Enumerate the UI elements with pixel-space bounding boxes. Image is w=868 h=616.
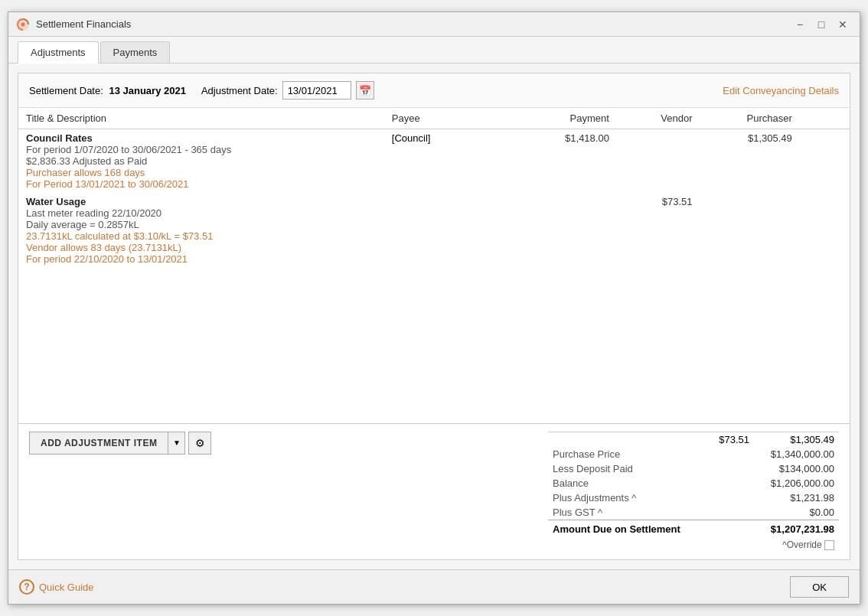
add-adjustment-dropdown[interactable]: ▼ bbox=[168, 432, 185, 455]
summary-section: $73.51 $1,305.49 Purchase Price $1,340,0… bbox=[548, 432, 839, 552]
gear-icon: ⚙ bbox=[195, 437, 205, 449]
table-row: Water Usage Last meter reading 22/10/202… bbox=[18, 193, 850, 268]
main-window: Settlement Financials − □ ✕ Adjustments … bbox=[8, 11, 860, 605]
row-purchaser: $1,305.49 bbox=[700, 129, 800, 194]
item-detail-3: 23.7131kL calculated at $3.10/kL = $73.5… bbox=[26, 230, 377, 242]
item-detail-4: For Period 13/01/2021 to 30/06/2021 bbox=[26, 178, 377, 190]
balance-value: $1,206,000.00 bbox=[754, 476, 839, 491]
totals-row: $73.51 $1,305.49 bbox=[548, 432, 839, 447]
adjustments-label: Plus Adjustments ^ bbox=[548, 491, 708, 505]
col-title: Title & Description bbox=[18, 108, 384, 129]
item-detail-3: Purchaser allows 168 days bbox=[26, 167, 377, 178]
ok-button[interactable]: OK bbox=[790, 576, 849, 598]
deposit-row: Less Deposit Paid $134,000.00 bbox=[548, 461, 839, 476]
col-payee: Payee bbox=[384, 108, 509, 129]
adjustment-date-input[interactable] bbox=[282, 81, 351, 99]
override-checkbox[interactable] bbox=[824, 540, 834, 550]
help-icon: ? bbox=[19, 579, 34, 595]
deposit-spacer bbox=[708, 461, 754, 476]
adjustments-table: Title & Description Payee Payment Vendor… bbox=[18, 108, 850, 268]
row-title-desc: Council Rates For period 1/07/2020 to 30… bbox=[18, 129, 384, 194]
amount-due-row: Amount Due on Settlement $1,207,231.98 bbox=[548, 520, 839, 538]
add-adjustment-group: ADD ADJUSTMENT ITEM ▼ ⚙ bbox=[29, 432, 211, 455]
gst-row: Plus GST ^ $0.00 bbox=[548, 505, 839, 520]
tab-payments[interactable]: Payments bbox=[100, 41, 171, 63]
purchase-price-label: Purchase Price bbox=[548, 447, 708, 461]
balance-label: Balance bbox=[548, 476, 708, 491]
row-title-desc: Water Usage Last meter reading 22/10/202… bbox=[18, 193, 384, 268]
row-vendor bbox=[617, 129, 700, 194]
override-cell: ^Override bbox=[548, 538, 839, 552]
item-detail-1: Last meter reading 22/10/2020 bbox=[26, 207, 377, 219]
purchase-price-value: $1,340,000.00 bbox=[754, 447, 839, 461]
adjustment-date-group: Adjustment Date: 📅 bbox=[201, 81, 374, 99]
gst-value: $0.00 bbox=[754, 505, 839, 520]
table-header-row: Title & Description Payee Payment Vendor… bbox=[18, 108, 850, 129]
col-purchaser: Purchaser bbox=[700, 108, 800, 129]
settlement-date-label: Settlement Date: 13 January 2021 bbox=[29, 85, 186, 96]
settlement-date-value: 13 January 2021 bbox=[109, 85, 185, 96]
row-payment bbox=[509, 193, 617, 268]
footer: ? Quick Guide OK bbox=[8, 569, 860, 604]
totals-vendor: $73.51 bbox=[708, 432, 754, 447]
gear-button[interactable]: ⚙ bbox=[188, 432, 211, 455]
add-adjustment-button[interactable]: ADD ADJUSTMENT ITEM bbox=[29, 432, 168, 455]
col-extra bbox=[800, 108, 850, 129]
quick-guide-label: Quick Guide bbox=[39, 582, 94, 593]
row-purchaser bbox=[700, 193, 800, 268]
row-payment: $1,418.00 bbox=[509, 129, 617, 194]
amount-due-label: Amount Due on Settlement bbox=[548, 520, 708, 538]
summary-table: $73.51 $1,305.49 Purchase Price $1,340,0… bbox=[548, 432, 839, 552]
title-bar-controls: − □ ✕ bbox=[791, 17, 852, 32]
adjustments-spacer bbox=[708, 491, 754, 505]
amount-due-spacer bbox=[708, 520, 754, 538]
tab-adjustments[interactable]: Adjustments bbox=[18, 41, 99, 64]
row-payee: [Council] bbox=[384, 129, 509, 194]
gst-spacer bbox=[708, 505, 754, 520]
adjustments-panel: Settlement Date: 13 January 2021 Adjustm… bbox=[18, 73, 850, 560]
table-row: Council Rates For period 1/07/2020 to 30… bbox=[18, 129, 850, 194]
totals-label bbox=[548, 432, 708, 447]
edit-conveyancing-link[interactable]: Edit Conveyancing Details bbox=[723, 85, 839, 96]
item-title: Council Rates bbox=[26, 132, 377, 144]
item-detail-2: Daily average = 0.2857kL bbox=[26, 219, 377, 230]
item-detail-5: For period 22/10/2020 to 13/01/2021 bbox=[26, 253, 377, 265]
purchase-price-spacer bbox=[708, 447, 754, 461]
bottom-section: ADD ADJUSTMENT ITEM ▼ ⚙ $73.51 bbox=[18, 424, 850, 559]
adjustments-row: Plus Adjustments ^ $1,231.98 bbox=[548, 491, 839, 505]
restore-button[interactable]: □ bbox=[812, 17, 830, 32]
adjustment-date-label: Adjustment Date: bbox=[201, 85, 278, 96]
minimize-button[interactable]: − bbox=[791, 17, 809, 32]
adjustments-table-container: Title & Description Payee Payment Vendor… bbox=[18, 108, 850, 424]
balance-spacer bbox=[708, 476, 754, 491]
title-bar: Settlement Financials − □ ✕ bbox=[8, 12, 860, 37]
deposit-value: $134,000.00 bbox=[754, 461, 839, 476]
row-extra bbox=[800, 129, 850, 194]
amount-due-value: $1,207,231.98 bbox=[754, 520, 839, 538]
title-bar-left: Settlement Financials bbox=[16, 18, 131, 31]
override-label: ^Override bbox=[782, 539, 822, 550]
quick-guide-link[interactable]: ? Quick Guide bbox=[19, 579, 94, 595]
calendar-button[interactable]: 📅 bbox=[356, 81, 374, 99]
purchase-price-row: Purchase Price $1,340,000.00 bbox=[548, 447, 839, 461]
row-extra bbox=[800, 193, 850, 268]
balance-row: Balance $1,206,000.00 bbox=[548, 476, 839, 491]
app-icon bbox=[16, 18, 30, 31]
row-vendor: $73.51 bbox=[617, 193, 700, 268]
item-title: Water Usage bbox=[26, 196, 377, 207]
svg-point-1 bbox=[21, 22, 25, 26]
col-vendor: Vendor bbox=[617, 108, 700, 129]
panel-header: Settlement Date: 13 January 2021 Adjustm… bbox=[18, 73, 850, 108]
window-title: Settlement Financials bbox=[36, 18, 131, 30]
adjustments-value: $1,231.98 bbox=[754, 491, 839, 505]
dropdown-arrow-icon: ▼ bbox=[173, 438, 181, 447]
item-detail-1: For period 1/07/2020 to 30/06/2021 - 365… bbox=[26, 144, 377, 155]
tabs-bar: Adjustments Payments bbox=[8, 37, 860, 64]
row-payee bbox=[384, 193, 509, 268]
deposit-label: Less Deposit Paid bbox=[548, 461, 708, 476]
override-row: ^Override bbox=[548, 538, 839, 552]
item-detail-2: $2,836.33 Adjusted as Paid bbox=[26, 155, 377, 167]
close-button[interactable]: ✕ bbox=[834, 17, 852, 32]
col-payment: Payment bbox=[509, 108, 617, 129]
item-detail-4: Vendor allows 83 days (23.7131kL) bbox=[26, 242, 377, 253]
